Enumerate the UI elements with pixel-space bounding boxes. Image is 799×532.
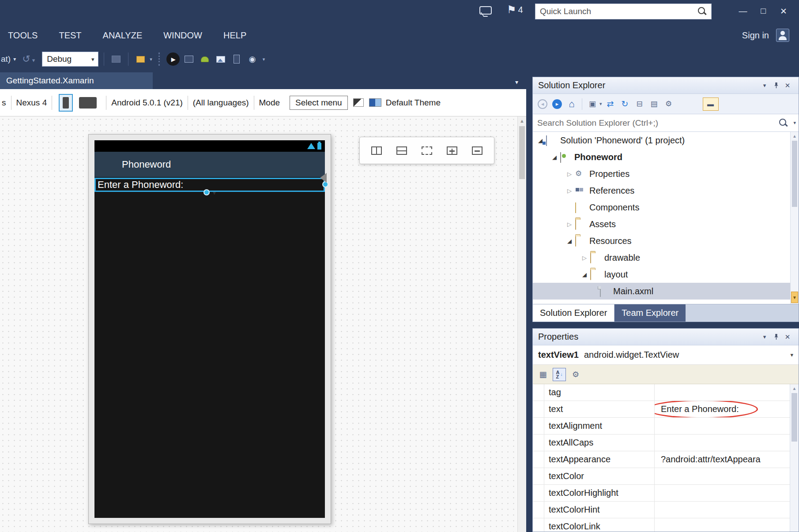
document-scrollbar[interactable] xyxy=(517,116,526,532)
property-row-tag[interactable]: tag xyxy=(533,384,799,401)
expander-icon[interactable] xyxy=(565,187,573,194)
menu-analyze[interactable]: ANALYZE xyxy=(92,30,153,41)
zoom-in-button[interactable] xyxy=(442,142,462,159)
menu-tools[interactable]: TOOLS xyxy=(0,30,48,41)
chevron-down-icon[interactable] xyxy=(599,101,602,107)
profiler-button[interactable] xyxy=(246,52,259,66)
scroll-down-icon[interactable] xyxy=(791,292,798,303)
preview-selected-items-toggle[interactable] xyxy=(703,97,719,111)
close-button[interactable] xyxy=(773,4,794,19)
portrait-orientation-button[interactable] xyxy=(59,94,73,112)
split-horizontal-button[interactable] xyxy=(392,142,411,159)
action-bar-icon[interactable] xyxy=(353,98,364,107)
property-value[interactable] xyxy=(655,485,799,501)
tree-item-components[interactable]: Components xyxy=(533,199,799,216)
tree-scrollbar[interactable] xyxy=(790,132,799,304)
select-menu-button[interactable]: Select menu xyxy=(290,96,348,110)
expander-icon[interactable] xyxy=(550,154,558,161)
device-monitor-button[interactable] xyxy=(230,52,243,66)
build-configuration-combo[interactable]: Debug xyxy=(42,52,98,67)
fit-to-window-button[interactable] xyxy=(417,142,437,159)
menu-test[interactable]: TEST xyxy=(48,30,92,41)
search-icon[interactable] xyxy=(696,6,708,17)
attach-button[interactable] xyxy=(109,52,123,66)
scroll-up-icon[interactable] xyxy=(790,386,799,391)
chevron-down-icon[interactable] xyxy=(150,56,152,62)
android-version-selector[interactable]: Android 5.0.1 (v21) xyxy=(111,98,183,108)
document-tab[interactable]: GettingStarted.Xamarin xyxy=(0,72,153,89)
alphabetical-view-button[interactable] xyxy=(553,368,566,381)
tree-item-resources[interactable]: Resources xyxy=(533,232,799,249)
zoom-out-button[interactable] xyxy=(467,142,487,159)
scroll-up-icon[interactable] xyxy=(518,118,526,124)
pin-button[interactable] xyxy=(770,82,782,89)
tree-item-properties[interactable]: ⚙ Properties xyxy=(533,165,799,182)
tree-item-main-axml[interactable]: Main.axml xyxy=(533,283,799,300)
tree-item-assets[interactable]: Assets xyxy=(533,216,799,232)
language-selector[interactable]: (All languages) xyxy=(193,98,249,108)
minimize-button[interactable] xyxy=(733,4,753,19)
property-row-textallcaps[interactable]: textAllCaps xyxy=(533,435,799,451)
scrollbar-thumb[interactable] xyxy=(792,141,797,207)
property-value[interactable] xyxy=(655,418,799,434)
expander-icon[interactable] xyxy=(580,255,588,261)
scrollbar-thumb[interactable] xyxy=(791,393,797,442)
back-button[interactable] xyxy=(536,98,549,110)
maximize-button[interactable] xyxy=(753,4,773,19)
collapse-all-button[interactable] xyxy=(633,98,646,110)
feedback-icon[interactable] xyxy=(479,6,492,15)
expander-icon[interactable] xyxy=(565,171,573,177)
property-row-textappearance[interactable]: textAppearance ?android:attr/textAppeara xyxy=(533,451,799,468)
sign-in-link[interactable]: Sign in xyxy=(742,30,769,41)
properties-scrollbar[interactable] xyxy=(790,384,799,532)
notifications[interactable]: 4 xyxy=(507,4,523,16)
expander-icon[interactable] xyxy=(580,271,588,278)
tab-team-explorer[interactable]: Team Explorer xyxy=(614,304,686,322)
refresh-button[interactable] xyxy=(619,98,631,110)
sync-with-active-document-button[interactable] xyxy=(604,98,617,110)
property-value[interactable] xyxy=(655,384,799,401)
property-value[interactable]: Enter a Phoneword: xyxy=(655,401,799,417)
start-debug-button[interactable] xyxy=(166,52,180,66)
close-panel-button[interactable] xyxy=(782,82,793,90)
properties-wrench-button[interactable] xyxy=(663,98,675,110)
property-row-textcolor[interactable]: textColor xyxy=(533,468,799,485)
property-value[interactable] xyxy=(655,518,799,532)
toolbar-options-button[interactable] xyxy=(263,56,265,62)
pin-button[interactable] xyxy=(770,333,782,340)
chevron-down-icon[interactable] xyxy=(790,352,793,358)
scroll-up-icon[interactable] xyxy=(791,134,799,139)
search-icon[interactable] xyxy=(777,117,789,129)
selection-handle-bottom[interactable] xyxy=(204,189,210,195)
deploy-button[interactable] xyxy=(134,52,147,66)
home-button[interactable] xyxy=(565,98,578,110)
menu-window[interactable]: WINDOW xyxy=(153,30,213,41)
android-sdk-button[interactable] xyxy=(198,52,211,66)
landscape-orientation-button[interactable] xyxy=(79,97,97,109)
property-row-textcolorhighlight[interactable]: textColorHighlight xyxy=(533,485,799,502)
categorized-view-button[interactable] xyxy=(536,368,550,381)
tree-item-references[interactable]: References xyxy=(533,182,799,199)
close-panel-button[interactable] xyxy=(782,333,793,341)
property-value[interactable] xyxy=(655,502,799,518)
window-position-button[interactable] xyxy=(759,82,770,89)
property-value[interactable] xyxy=(655,468,799,484)
user-avatar-icon[interactable] xyxy=(776,29,789,42)
selected-object-row[interactable]: textView1 android.widget.TextView xyxy=(533,345,799,365)
property-value[interactable] xyxy=(655,435,799,451)
menu-help[interactable]: HELP xyxy=(213,30,257,41)
property-row-textcolorhint[interactable]: textColorHint xyxy=(533,502,799,518)
tree-item-drawable[interactable]: drawable xyxy=(533,249,799,266)
tab-list-button[interactable] xyxy=(515,79,518,86)
resize-arrow-icon[interactable] xyxy=(320,173,327,183)
selection-caret-icon[interactable] xyxy=(213,189,216,196)
chevron-down-icon[interactable] xyxy=(793,120,796,126)
tree-item-project-phoneword[interactable]: Phoneword xyxy=(533,149,799,165)
show-all-files-button[interactable] xyxy=(648,98,660,110)
expander-icon[interactable] xyxy=(565,221,573,228)
property-pages-button[interactable] xyxy=(569,368,582,381)
device-selector[interactable]: Nexus 4 xyxy=(16,98,47,108)
theme-selector[interactable]: Default Theme xyxy=(386,98,441,108)
split-vertical-button[interactable] xyxy=(367,142,386,159)
property-row-textcolorlink[interactable]: textColorLink xyxy=(533,518,799,532)
